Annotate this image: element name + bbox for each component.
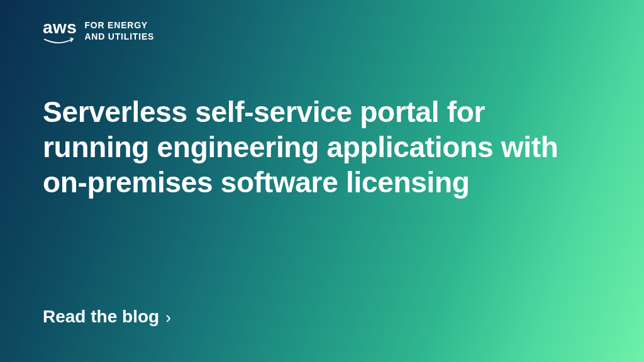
read-blog-link[interactable]: Read the blog ›	[43, 307, 601, 327]
aws-logo: aws	[43, 19, 77, 47]
aws-smile-icon	[43, 38, 76, 47]
cta-label: Read the blog	[43, 307, 159, 327]
segment-line-1: FOR ENERGY	[84, 20, 154, 31]
segment-line-2: AND UTILITIES	[84, 31, 154, 43]
segment-label: FOR ENERGY AND UTILITIES	[84, 20, 154, 42]
headline: Serverless self-service portal for runni…	[43, 94, 565, 307]
promo-banner: aws FOR ENERGY AND UTILITIES Serverless …	[0, 0, 644, 362]
aws-logo-text: aws	[43, 19, 77, 36]
logo-block: aws FOR ENERGY AND UTILITIES	[43, 19, 601, 47]
chevron-right-icon: ›	[165, 309, 171, 326]
